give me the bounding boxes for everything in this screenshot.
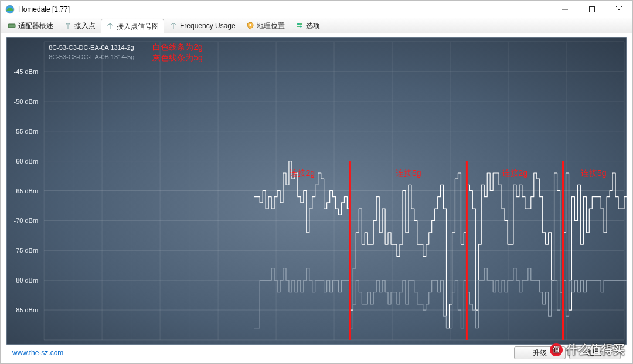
- svg-text:白色线条为2g: 白色线条为2g: [152, 42, 202, 52]
- svg-text:-85 dBm: -85 dBm: [14, 307, 39, 314]
- svg-text:灰色线条为5g: 灰色线条为5g: [152, 53, 202, 62]
- svg-text:8C-53-C3-DC-EA-0B 1314-5g: 8C-53-C3-DC-EA-0B 1314-5g: [49, 53, 134, 60]
- tab-frequency-usage[interactable]: Frequency Usage: [164, 18, 241, 33]
- svg-point-10: [297, 23, 299, 25]
- svg-text:-65 dBm: -65 dBm: [14, 188, 39, 195]
- upgrade-button[interactable]: 升级: [514, 346, 566, 359]
- svg-rect-6: [8, 24, 15, 28]
- content-area: -45 dBm-50 dBm-55 dBm-60 dBm-65 dBm-70 d…: [1, 33, 632, 363]
- tab-label: 适配器概述: [18, 21, 53, 31]
- svg-text:-50 dBm: -50 dBm: [14, 98, 39, 105]
- tab-access-points[interactable]: 接入点: [59, 18, 101, 33]
- svg-text:-80 dBm: -80 dBm: [14, 277, 39, 284]
- footer: www.the-sz.com 升级 退出: [6, 345, 627, 361]
- antenna-icon: [64, 22, 72, 30]
- svg-rect-3: [590, 6, 595, 12]
- exit-button[interactable]: 退出: [569, 346, 621, 359]
- svg-point-11: [300, 26, 301, 28]
- options-icon: [295, 22, 304, 30]
- svg-text:连接2g: 连接2g: [502, 168, 528, 178]
- tab-label: 选项: [306, 21, 320, 31]
- tab-label: 接入点信号图: [117, 22, 159, 32]
- minimize-button[interactable]: [552, 1, 578, 18]
- svg-text:-75 dBm: -75 dBm: [14, 247, 39, 254]
- antenna-icon: [106, 22, 114, 30]
- tab-options[interactable]: 选项: [290, 18, 325, 33]
- app-icon: [5, 5, 15, 14]
- titlebar: Homedale [1.77]: [1, 1, 632, 18]
- tab-adapter-overview[interactable]: 适配器概述: [2, 18, 59, 33]
- svg-text:连接2g: 连接2g: [290, 168, 315, 178]
- tab-label: 地理位置: [257, 21, 285, 31]
- svg-text:连接5g: 连接5g: [396, 168, 421, 178]
- vendor-link[interactable]: www.the-sz.com: [12, 349, 63, 357]
- svg-text:-45 dBm: -45 dBm: [14, 68, 39, 75]
- signal-chart: -45 dBm-50 dBm-55 dBm-60 dBm-65 dBm-70 d…: [6, 37, 627, 345]
- tab-location[interactable]: 地理位置: [241, 18, 290, 33]
- location-pin-icon: [246, 22, 254, 30]
- svg-text:连接5g: 连接5g: [581, 168, 607, 178]
- svg-text:-55 dBm: -55 dBm: [14, 128, 39, 135]
- app-window: Homedale [1.77] 适配器概述 接入点 接入点信号图 Frequen…: [0, 0, 633, 364]
- window-controls: [552, 1, 632, 18]
- svg-text:8C-53-C3-DC-EA-0A 1314-2g: 8C-53-C3-DC-EA-0A 1314-2g: [49, 44, 134, 51]
- tab-label: 接入点: [74, 21, 96, 31]
- antenna-icon: [169, 22, 178, 30]
- svg-text:-60 dBm: -60 dBm: [14, 158, 39, 165]
- svg-text:-70 dBm: -70 dBm: [14, 217, 39, 224]
- svg-point-7: [249, 24, 251, 26]
- close-button[interactable]: [605, 1, 632, 18]
- maximize-button[interactable]: [578, 1, 605, 18]
- window-title: Homedale [1.77]: [18, 5, 552, 13]
- tab-label: Frequency Usage: [180, 22, 236, 30]
- toolbar: 适配器概述 接入点 接入点信号图 Frequency Usage 地理位置 选项: [1, 18, 632, 33]
- adapter-icon: [8, 22, 16, 30]
- tab-signal-graph[interactable]: 接入点信号图: [101, 19, 164, 33]
